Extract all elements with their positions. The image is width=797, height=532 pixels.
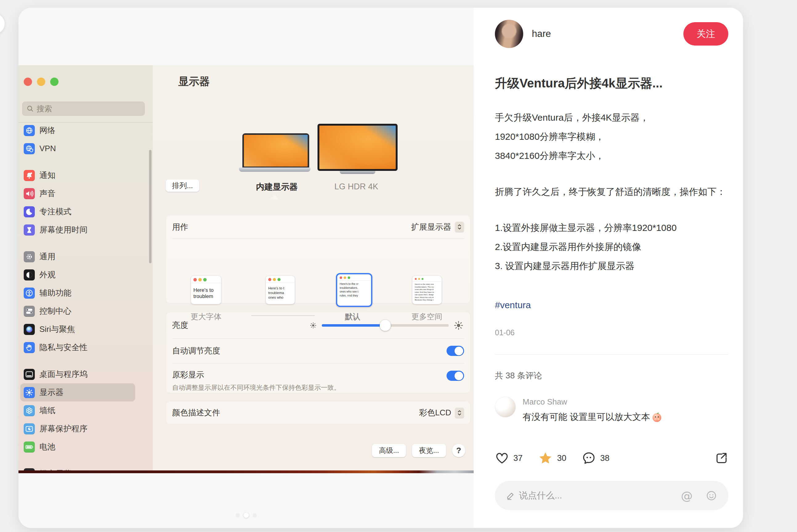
truetone-label: 原彩显示 (172, 370, 204, 379)
sample-text-line: ones who see things di (415, 288, 442, 291)
brightness-slider[interactable] (322, 324, 449, 327)
app-icon (24, 441, 35, 453)
commenter-avatar[interactable] (495, 397, 516, 417)
like-button[interactable]: 37 (495, 451, 523, 465)
share-button[interactable] (715, 451, 728, 465)
sidebar-item-label: 电池 (39, 441, 55, 452)
pagination-dot[interactable] (252, 513, 257, 517)
sidebar-item-通用[interactable]: 通用 (18, 248, 152, 266)
color-profile-value: 彩色LCD (419, 407, 451, 418)
sidebar-item-vpn[interactable]: VPN (18, 139, 152, 158)
brightness-high-icon (453, 320, 464, 331)
sidebar-item-专注模式[interactable]: 专注模式 (18, 203, 152, 221)
comment-input[interactable]: 说点什么... @ (495, 481, 728, 510)
app-icon (24, 251, 35, 262)
post-modal: 搜索 网络 VPN (18, 8, 743, 528)
sidebar-item-隐私与安全性[interactable]: 隐私与安全性 (18, 338, 152, 357)
macos-settings-screenshot: 搜索 网络 VPN (18, 65, 474, 473)
color-profile-dropdown[interactable] (455, 407, 464, 418)
app-icon (24, 324, 35, 335)
content-divider (495, 354, 728, 355)
zoom-window-button[interactable] (50, 78, 58, 86)
sidebar-item-屏幕使用时间[interactable]: 屏幕使用时间 (18, 221, 152, 239)
use-as-dropdown[interactable] (455, 222, 464, 232)
emoji-button[interactable] (705, 490, 717, 501)
builtin-display-thumbnail[interactable] (242, 133, 309, 168)
carousel-prev-button[interactable] (0, 13, 5, 34)
chevron-updown-icon (456, 409, 462, 417)
color-profile-label: 颜色描述文件 (172, 407, 220, 418)
collect-button[interactable]: 30 (538, 451, 566, 466)
pagination-dot[interactable] (235, 513, 240, 517)
sample-text-line: Here's to the crazy one (415, 283, 442, 286)
sidebar-scrollbar[interactable] (149, 150, 152, 263)
comment-button[interactable]: 38 (582, 451, 609, 465)
screenshot-bottom-wallpaper-strip (18, 471, 474, 473)
mention-button[interactable]: @ (681, 489, 692, 502)
truetone-toggle[interactable] (447, 371, 464, 381)
sidebar-item-辅助功能[interactable]: 辅助功能 (18, 284, 152, 302)
sidebar-item-电池[interactable]: 电池 (18, 438, 152, 456)
sidebar-item-label: 辅助功能 (39, 288, 72, 298)
external-display-thumbnail[interactable] (318, 124, 398, 171)
chevron-updown-icon (456, 223, 462, 231)
auto-brightness-toggle[interactable] (447, 346, 464, 356)
sidebar-item-屏幕保护程序[interactable]: 屏幕保护程序 (18, 420, 152, 438)
scale-option-2[interactable]: Here's to ttroublemaones who (266, 276, 295, 304)
post-image-panel: 搜索 网络 VPN (18, 8, 474, 528)
sidebar-list: 网络 VPN 通知 (18, 121, 152, 473)
app-icon (24, 423, 35, 434)
post-paragraph: 手欠升级Ventura后，外接4K显示器， 1920*1080分辨率字模糊， 3… (495, 108, 728, 165)
sidebar-item-label: 通用 (39, 251, 55, 262)
sample-text-line: them. About the only th (415, 296, 442, 299)
like-count: 37 (513, 454, 523, 463)
sample-text-line: troublem (193, 293, 221, 299)
help-button[interactable]: ? (452, 444, 465, 457)
pagination-dot-active[interactable] (244, 513, 249, 518)
comment-placeholder: 说点什么... (519, 490, 562, 502)
sample-text-line: Here's to t (268, 286, 295, 291)
engagement-bar: 37 30 38 说点什么... (474, 445, 743, 528)
brightness-low-icon (309, 321, 318, 330)
scale-option-more-space[interactable]: Here's to the crazy onetroublemakers. Th… (412, 276, 442, 304)
brightness-slider-knob[interactable] (380, 320, 391, 331)
brightness-label: 亮度 (172, 320, 188, 331)
app-icon (24, 288, 35, 299)
post-title: 升级Ventura后外接4k显示器... (495, 75, 728, 91)
post-paragraph: 1.设置外接屏做主显示器，分辨率1920*1080 2.设置内建显示器用作外接屏… (495, 218, 728, 276)
arrange-button[interactable]: 排列... (166, 179, 199, 192)
sidebar-item-外观[interactable]: 外观 (18, 266, 152, 284)
sidebar-item-显示器[interactable]: 显示器 (20, 383, 135, 401)
settings-sidebar: 搜索 网络 VPN (18, 65, 152, 473)
advanced-button[interactable]: 高级... (372, 444, 406, 457)
topic-tag-link[interactable]: #ventura (495, 299, 728, 311)
sidebar-item-墙纸[interactable]: 墙纸 (18, 401, 152, 420)
sample-text-line: troublema (268, 291, 295, 295)
night-shift-button[interactable]: 夜览... (412, 444, 446, 457)
post-date: 01-06 (495, 328, 728, 337)
sidebar-item-siri与聚焦[interactable]: Siri与聚焦 (18, 320, 152, 338)
sidebar-item-桌面与程序坞[interactable]: 桌面与程序坞 (18, 365, 152, 383)
sample-text-line: troublemakers. (340, 286, 371, 290)
follow-button[interactable]: 关注 (683, 22, 728, 45)
sidebar-item-label: 声音 (39, 188, 55, 199)
comment-count: 38 (600, 454, 609, 463)
sidebar-item-控制中心[interactable]: 控制中心 (18, 302, 152, 320)
external-display-label: LG HDR 4K (335, 182, 379, 191)
sidebar-item-网络[interactable]: 网络 (18, 121, 152, 139)
sidebar-item-label: 墙纸 (39, 405, 55, 416)
sample-text-line: Here's to (193, 287, 221, 293)
settings-search-input[interactable]: 搜索 (22, 101, 145, 116)
search-icon (26, 105, 34, 113)
scale-option-larger-text[interactable]: Here's totroublem (191, 276, 221, 304)
sidebar-item-label: Siri与聚焦 (39, 324, 75, 335)
minimize-window-button[interactable] (37, 78, 45, 86)
heart-icon (495, 451, 509, 465)
sidebar-item-通知[interactable]: 通知 (18, 166, 152, 185)
author-avatar[interactable] (495, 20, 523, 48)
sidebar-item-声音[interactable]: 声音 (18, 185, 152, 203)
scale-option-default[interactable]: Here's to the crtroublemakers.ones who s… (336, 273, 372, 307)
app-icon (24, 369, 35, 380)
close-window-button[interactable] (24, 78, 32, 86)
app-icon (24, 269, 35, 281)
